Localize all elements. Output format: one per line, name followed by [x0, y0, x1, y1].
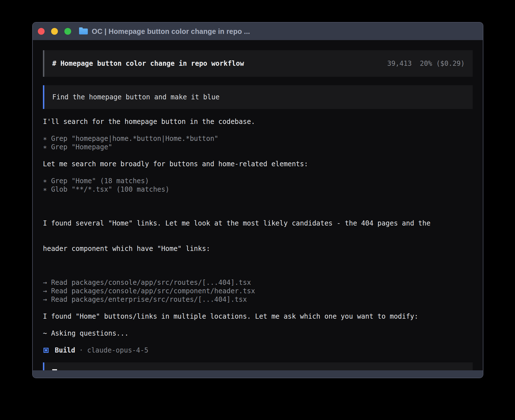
user-message: Find the homepage button and make it blu…: [43, 85, 473, 109]
session-token-stats: 39,413 20% ($0.29): [387, 59, 465, 68]
minimize-button[interactable]: [51, 28, 58, 35]
window-controls: [38, 28, 71, 35]
assistant-text-line: I found several "Home" links. Let me loo…: [43, 219, 473, 228]
window-bottom-chrome: [33, 370, 483, 378]
tool-call-line: ∗ Grep "Home" (18 matches): [43, 177, 473, 185]
assistant-text-line: header component which have "Home" links…: [43, 244, 473, 253]
session-title: # Homepage button color change in repo w…: [52, 59, 244, 68]
agent-task-row: Build · claude-opus-4-5: [43, 346, 473, 355]
agent-name: Build: [55, 346, 75, 355]
tool-call-line: ∗ Grep "Homepage": [43, 143, 473, 151]
user-message-text: Find the homepage button and make it blu…: [52, 93, 219, 101]
prompt-input[interactable]: Build Claude Opus 4.5 OpenCode Zen: [43, 362, 473, 370]
tool-call-line: ∗ Glob "**/*.tsx" (100 matches): [43, 185, 473, 194]
window-titlebar[interactable]: OC | Homepage button color change in rep…: [33, 23, 483, 40]
agent-task-icon: [43, 348, 49, 353]
tool-call-group: → Read packages/console/app/src/routes/[…: [43, 278, 473, 304]
tool-call-group: ∗ Grep "homepage|home.*button|Home.*butt…: [43, 134, 473, 151]
terminal-content: # Homepage button color change in repo w…: [33, 40, 483, 370]
zoom-button[interactable]: [64, 28, 71, 35]
tool-call-group: ∗ Grep "Home" (18 matches) ∗ Glob "**/*.…: [43, 177, 473, 194]
agent-separator: ·: [79, 346, 83, 355]
assistant-text: I'll search for the homepage button in t…: [43, 117, 473, 126]
tool-call-line: ∗ Grep "homepage|home.*button|Home.*butt…: [43, 134, 473, 143]
tool-call-line: → Read packages/console/app/src/componen…: [43, 287, 473, 295]
tool-call-line: → Read packages/enterprise/src/routes/[.…: [43, 295, 473, 304]
window-title: OC | Homepage button color change in rep…: [92, 27, 250, 36]
session-header: # Homepage button color change in repo w…: [43, 50, 473, 77]
assistant-status-text: ~ Asking questions...: [43, 329, 473, 338]
folder-icon: [79, 29, 88, 34]
agent-model: claude-opus-4-5: [87, 346, 149, 355]
assistant-text: Let me search more broadly for buttons a…: [43, 160, 473, 168]
assistant-text: I found several "Home" links. Let me loo…: [43, 202, 473, 270]
close-button[interactable]: [38, 28, 45, 35]
terminal-window: OC | Homepage button color change in rep…: [32, 22, 483, 378]
tool-call-line: → Read packages/console/app/src/routes/[…: [43, 278, 473, 287]
assistant-text: I found "Home" buttons/links in multiple…: [43, 312, 473, 321]
